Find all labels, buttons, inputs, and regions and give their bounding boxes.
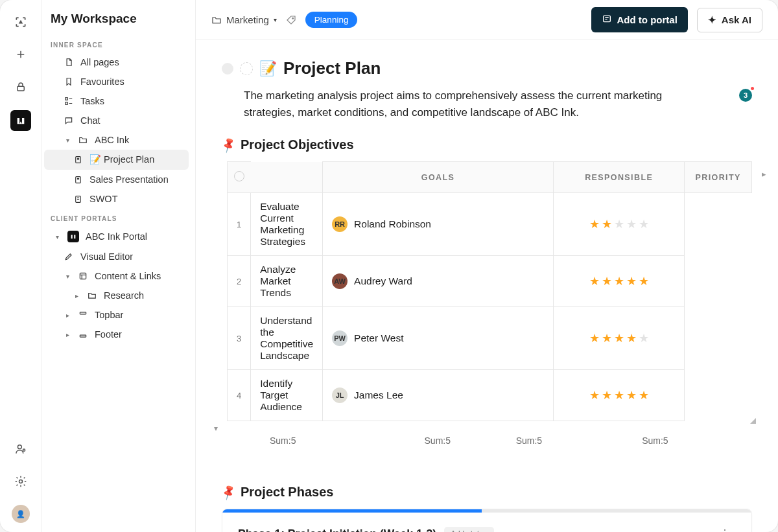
nav-abc-ink[interactable]: ▾ ABC Ink	[44, 130, 189, 150]
table-add-column-icon[interactable]: ▸	[762, 169, 766, 179]
star-icon: ★	[626, 274, 637, 288]
column-priority[interactable]: PRIORITY	[685, 162, 752, 193]
workspace-logo-icon[interactable]	[10, 110, 31, 131]
status-indicator[interactable]	[222, 63, 233, 75]
tag-icon[interactable]	[286, 15, 296, 25]
add-to-portal-button[interactable]: Add to portal	[591, 7, 688, 32]
nav-sales-presentation[interactable]: Sales Presentation	[44, 170, 189, 189]
star-icon: ★	[639, 331, 649, 345]
cell-priority[interactable]: ★★★★★	[554, 193, 685, 256]
nav-label: Visual Editor	[80, 251, 133, 262]
tag-pill[interactable]: Planning	[305, 12, 358, 28]
pin-icon: 📌	[219, 135, 238, 154]
breadcrumb-label: Marketing	[226, 14, 269, 25]
nav-label: Research	[104, 290, 144, 301]
page-description[interactable]: The marketing analysis project aims to c…	[244, 87, 711, 121]
section-inner-space: INNER SPACE	[44, 35, 189, 52]
cell-responsible[interactable]: JL James Lee	[323, 370, 554, 421]
nav-favourites[interactable]: Favourites	[44, 72, 189, 91]
members-icon[interactable]	[12, 440, 30, 458]
star-icon: ★	[614, 274, 624, 288]
phase-progress-bar[interactable]	[222, 509, 751, 513]
table-summary-row: Sum:5 Sum:5 Sum:5 Sum:5	[227, 429, 757, 454]
row-number: 3	[228, 307, 251, 370]
add-status-chip[interactable]: Add status	[444, 527, 494, 532]
table-row[interactable]: 1 Evaluate Current Marketing Strategies …	[228, 193, 752, 256]
title-row: 📝 Project Plan	[222, 58, 752, 78]
tasks-icon	[64, 96, 74, 106]
nav-visual-editor[interactable]: Visual Editor	[44, 247, 189, 266]
nav-label: Sales Presentation	[89, 174, 169, 185]
chevron-down-icon: ▾	[64, 137, 71, 144]
chevron-right-icon: ▸	[64, 331, 71, 338]
topbar: Marketing ▾ Planning Add to portal ✦ Ask…	[196, 0, 778, 40]
table-row[interactable]: 3 Understand the Competitive Landscape P…	[228, 307, 752, 370]
layout-icon	[78, 271, 88, 281]
nav-topbar[interactable]: ▸ Topbar	[44, 305, 189, 325]
cell-responsible[interactable]: PW Peter West	[323, 307, 554, 370]
table-row-controls-icon[interactable]: ▾	[214, 424, 218, 433]
portal-icon	[602, 14, 612, 26]
row-number: 4	[228, 370, 251, 421]
table-row[interactable]: 2 Analyze Market Trends AW Audrey Ward ★…	[228, 256, 752, 307]
person-name: Audrey Ward	[354, 275, 412, 287]
pin-icon: 📌	[219, 483, 238, 502]
collaborators-badge[interactable]: 3	[739, 89, 752, 102]
cell-goal[interactable]: Analyze Market Trends	[251, 256, 323, 307]
table-resize-handle-icon[interactable]	[750, 418, 756, 424]
add-icon[interactable]	[12, 45, 30, 64]
cell-responsible[interactable]: RR Roland Robinson	[323, 193, 554, 256]
cell-goal[interactable]: Evaluate Current Marketing Strategies	[251, 193, 323, 256]
portal-logo-icon	[67, 231, 79, 242]
nav-all-pages[interactable]: All pages	[44, 52, 189, 72]
svg-rect-4	[65, 98, 68, 100]
nav-label: ABC Ink	[95, 135, 129, 145]
description-row: The marketing analysis project aims to c…	[244, 87, 752, 121]
star-icon: ★	[639, 217, 649, 231]
cell-priority[interactable]: ★★★★★	[554, 307, 685, 370]
star-icon: ★	[614, 388, 624, 402]
section-client-portals: CLIENT PORTALS	[44, 209, 189, 226]
cell-priority[interactable]: ★★★★★	[554, 256, 685, 307]
objectives-table: GOALS RESPONSIBLE PRIORITY 1 Evaluate Cu…	[227, 161, 752, 421]
current-user-avatar[interactable]: 👤	[12, 505, 30, 523]
breadcrumb-folder[interactable]: Marketing ▾	[211, 14, 277, 25]
chevron-down-icon: ▾	[64, 273, 71, 280]
phase-title: Phase 1: Project Initiation (Week 1-3)	[238, 527, 436, 533]
cell-goal[interactable]: Identify Target Audience	[251, 370, 323, 421]
lock-icon[interactable]	[12, 78, 30, 96]
column-responsible[interactable]: RESPONSIBLE	[554, 162, 685, 193]
nav-tasks[interactable]: Tasks	[44, 91, 189, 111]
nav-label: SWOT	[89, 194, 118, 204]
person-name: James Lee	[354, 389, 403, 401]
main-area: Marketing ▾ Planning Add to portal ✦ Ask…	[196, 0, 778, 532]
focus-mode-icon[interactable]	[12, 13, 30, 31]
phase-header: Phase 1: Project Initiation (Week 1-3) A…	[238, 524, 736, 532]
nav-project-plan[interactable]: 📝 Project Plan	[44, 150, 189, 170]
cell-goal[interactable]: Understand the Competitive Landscape	[251, 307, 323, 370]
nav-swot[interactable]: SWOT	[44, 189, 189, 209]
nav-abc-ink-portal[interactable]: ▾ ABC Ink Portal	[44, 226, 189, 247]
table-checkbox-header[interactable]	[228, 162, 251, 193]
button-label: Add to portal	[617, 14, 678, 25]
phases-heading: 📌 Project Phases	[222, 485, 752, 500]
ask-ai-button[interactable]: ✦ Ask AI	[697, 8, 762, 32]
nav-chat[interactable]: Chat	[44, 111, 189, 130]
star-icon: ★	[589, 331, 600, 345]
settings-icon[interactable]	[12, 472, 30, 491]
nav-content-links[interactable]: ▾ Content & Links	[44, 266, 189, 286]
star-icon: ★	[602, 388, 612, 402]
svg-rect-11	[80, 335, 86, 337]
section-icon	[78, 310, 88, 320]
emoji-placeholder-icon[interactable]	[240, 62, 253, 75]
more-menu-icon[interactable]: ⋮	[714, 524, 736, 532]
cell-responsible[interactable]: AW Audrey Ward	[323, 256, 554, 307]
cell-priority[interactable]: ★★★★★	[554, 370, 685, 421]
column-goals[interactable]: GOALS	[323, 162, 554, 193]
nav-research[interactable]: ▸ Research	[44, 286, 189, 305]
table-row[interactable]: 4 Identify Target Audience JL James Lee …	[228, 370, 752, 421]
page-content: 📝 Project Plan The marketing analysis pr…	[196, 40, 778, 532]
nav-footer[interactable]: ▸ Footer	[44, 325, 189, 344]
chat-icon	[64, 115, 74, 126]
chevron-right-icon: ▸	[73, 292, 80, 299]
